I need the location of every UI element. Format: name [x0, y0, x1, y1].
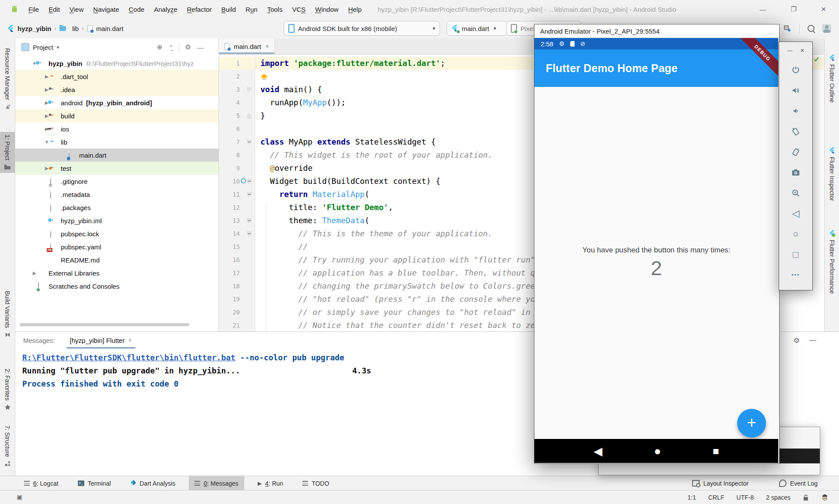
more-button-icon[interactable]: ••• — [779, 265, 812, 285]
sdk-manager-icon[interactable] — [783, 24, 791, 33]
tree-item-hyzp-yibin-iml[interactable]: hyzp_yibin.iml — [15, 214, 218, 227]
line-number[interactable]: 1 — [219, 57, 243, 70]
stripe-item-flutter-outline[interactable]: Flutter Outline — [825, 52, 839, 105]
volume-up-button-icon[interactable] — [779, 80, 812, 100]
line-number[interactable]: 9 — [219, 162, 243, 175]
menu-build[interactable]: Build — [216, 6, 240, 13]
menu-file[interactable]: File — [24, 6, 44, 13]
device-selector[interactable]: Android SDK built for x86 (mobile) ▾ — [284, 21, 440, 36]
nav-recents-icon[interactable]: ■ — [713, 446, 719, 456]
nav-back-icon[interactable]: ◀ — [594, 446, 603, 456]
tree-item-readme-md[interactable]: README.md — [15, 253, 218, 266]
menu-analyze[interactable]: Analyze — [149, 6, 182, 13]
tree-item-android[interactable]: ▶android[hyzp_yibin_android] — [15, 96, 218, 109]
menu-help[interactable]: Help — [343, 6, 367, 13]
expanded-arrow-icon[interactable]: ▼ — [43, 139, 50, 145]
tree-item-dart-tool[interactable]: ▶.dart_tool — [15, 70, 218, 83]
collapsed-arrow-icon[interactable]: ▶ — [31, 270, 38, 276]
tool-window-button-6-logcat[interactable]: 6: Logcat — [18, 476, 64, 490]
stripe-item-1-project[interactable]: 1: Project — [0, 132, 15, 173]
tree-item-metadata[interactable]: .metadata — [15, 188, 218, 201]
hide-panel-icon[interactable]: — — [197, 44, 204, 51]
overview-button-icon[interactable]: □ — [779, 244, 812, 265]
code-text[interactable]: title: 'Flutter Demo', — [255, 201, 393, 214]
rotate-left-button-icon[interactable] — [779, 121, 812, 142]
nav-home-icon[interactable]: ● — [654, 446, 661, 456]
fold-minus-icon[interactable] — [247, 192, 252, 197]
code-text[interactable]: void main() { — [255, 83, 322, 96]
breadcrumb-folder[interactable]: lib — [72, 25, 79, 32]
close-tab-icon[interactable]: × — [128, 337, 132, 344]
editor-tab-main-dart[interactable]: main.dart × — [219, 38, 275, 54]
tree-item-main-dart[interactable]: main.dart — [15, 148, 218, 162]
search-icon[interactable] — [808, 25, 815, 32]
line-number[interactable]: 2 — [219, 70, 243, 83]
tree-item-idea[interactable]: ▶✱.idea — [15, 83, 218, 96]
restore-window-icon[interactable]: ❐ — [790, 5, 796, 13]
minimize-emulator-icon[interactable]: — — [787, 48, 792, 54]
button-layout-inspector[interactable]: Layout Inspector — [686, 476, 754, 490]
stripe-item-resource-manager[interactable]: Resource Manager — [0, 45, 15, 113]
line-number[interactable]: 10↑ — [219, 175, 243, 188]
gear-icon[interactable]: ⚙ — [794, 336, 800, 345]
menu-navigate[interactable]: Navigate — [88, 6, 124, 13]
volume-down-button-icon[interactable] — [779, 100, 812, 121]
fold-minus-icon[interactable] — [247, 218, 252, 224]
code-text[interactable]: return MaterialApp( — [255, 188, 369, 201]
line-number[interactable]: 20 — [219, 306, 243, 319]
project-view-selector[interactable]: Project — [33, 44, 53, 51]
profile-icon[interactable] — [822, 24, 831, 33]
fold-minus-icon[interactable] — [247, 231, 252, 237]
code-text[interactable] — [255, 122, 260, 135]
caret-position[interactable]: 1:1 — [687, 494, 696, 501]
line-number[interactable]: 17 — [219, 266, 243, 280]
menu-window[interactable]: Window — [310, 6, 343, 13]
stripe-item-2-favorites[interactable]: 2: Favorites — [0, 366, 15, 413]
line-number[interactable]: 14 — [219, 227, 243, 240]
tool-window-button-4-run[interactable]: ▶4: Run — [252, 476, 289, 490]
inspections-profile-icon[interactable] — [821, 494, 829, 501]
home-button-icon[interactable]: ○ — [779, 224, 812, 244]
stripe-item-7-structure[interactable]: 7: Structure — [0, 423, 15, 469]
tree-item-scratches-and-consoles[interactable]: Scratches and Consoles — [15, 280, 218, 293]
menu-run[interactable]: Run — [241, 6, 263, 13]
code-text[interactable]: // This is the theme of your application… — [255, 227, 492, 240]
code-text[interactable]: runApp(MyApp()); — [255, 96, 346, 109]
inspections-ok-icon[interactable]: ✓ — [814, 55, 820, 64]
close-tab-icon[interactable]: × — [266, 43, 269, 50]
tool-window-switcher-icon[interactable]: ▣ — [17, 494, 22, 501]
power-button-icon[interactable] — [779, 59, 812, 80]
code-text[interactable]: // — [255, 240, 308, 253]
breadcrumb-file[interactable]: main.dart — [96, 25, 124, 32]
tool-window-button-terminal[interactable]: >_Terminal — [72, 476, 117, 490]
lock-icon[interactable] — [803, 494, 809, 501]
close-emulator-icon[interactable]: × — [800, 47, 804, 55]
fold-minus-icon[interactable] — [247, 139, 252, 145]
line-number[interactable]: 8 — [219, 148, 243, 162]
fold-up-icon[interactable] — [247, 113, 252, 119]
tree-item-lib[interactable]: ▼lib — [15, 135, 218, 148]
tool-window-button-todo[interactable]: TODO — [297, 476, 335, 490]
line-number[interactable]: 21 — [219, 319, 243, 331]
gear-icon[interactable]: ⚙ — [185, 43, 191, 51]
collapsed-arrow-icon[interactable]: ▶ — [43, 74, 50, 79]
stripe-item-flutter-inspector[interactable]: Flutter Inspector — [825, 144, 839, 204]
run-configuration-selector[interactable]: main.dart ▾ — [447, 21, 508, 36]
tree-item-ios[interactable]: ▶ios — [15, 122, 218, 135]
line-number[interactable]: 3 — [219, 83, 243, 96]
code-text[interactable]: // This widget is the root of your appli… — [255, 148, 492, 162]
code-text[interactable]: Widget build(BuildContext context) { — [255, 175, 440, 188]
minimize-window-icon[interactable]: — — [759, 6, 766, 13]
menu-refactor[interactable]: Refactor — [182, 6, 217, 13]
emulator-title-bar[interactable]: Android Emulator - Pixel_2_API_29:5554 — [534, 24, 779, 38]
stripe-item-flutter-performance[interactable]: Flutter Performance — [825, 227, 839, 297]
code-text[interactable]: @override — [255, 162, 312, 175]
line-number[interactable]: 6 — [219, 122, 243, 135]
code-text[interactable]: class MyApp extends StatelessWidget { — [255, 135, 436, 148]
line-ending[interactable]: CRLF — [708, 494, 725, 501]
tree-item-pubspec-yaml[interactable]: YMLpubspec.yaml — [15, 240, 218, 253]
locate-file-icon[interactable]: ⊕ — [157, 43, 163, 51]
indent-setting[interactable]: 2 spaces — [766, 494, 790, 501]
menu-view[interactable]: View — [65, 6, 88, 13]
menu-vcs[interactable]: VCS — [287, 6, 310, 13]
